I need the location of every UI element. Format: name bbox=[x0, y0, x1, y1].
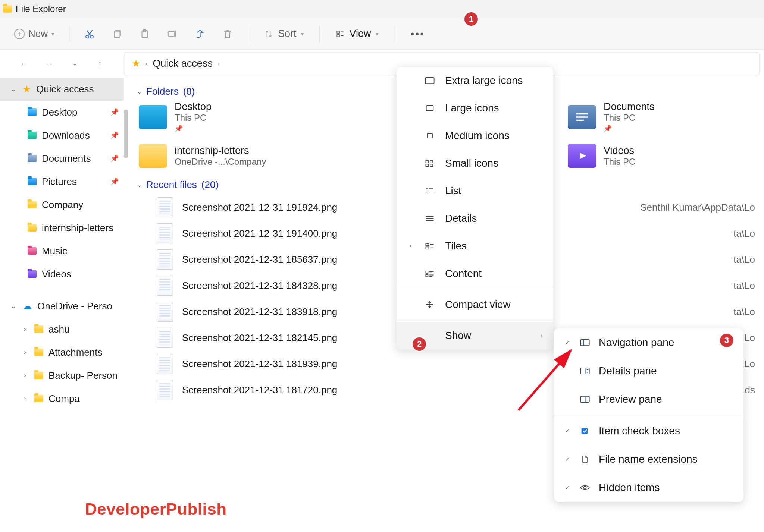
section-count: (8) bbox=[183, 86, 195, 97]
forward-button[interactable]: → bbox=[43, 57, 56, 70]
copy-button[interactable] bbox=[107, 23, 128, 44]
folder-icon bbox=[34, 395, 43, 402]
menu-item-tiles[interactable]: •Tiles bbox=[397, 232, 553, 260]
folder-location: OneDrive -...\Company bbox=[175, 157, 266, 167]
recent-locations-button[interactable]: ⌄ bbox=[68, 57, 81, 70]
folder-icon bbox=[34, 349, 43, 356]
sidebar-item-company[interactable]: Company bbox=[0, 193, 124, 216]
menu-item-preview-pane[interactable]: Preview pane bbox=[554, 385, 743, 413]
sidebar-item-internship[interactable]: internship-letters bbox=[0, 216, 124, 239]
sort-button[interactable]: Sort ▾ bbox=[258, 26, 310, 42]
menu-item-label: Show bbox=[445, 330, 471, 341]
sidebar-item-music[interactable]: Music bbox=[0, 239, 124, 262]
svg-rect-5 bbox=[168, 31, 175, 36]
folder-icon bbox=[139, 105, 167, 129]
eye-icon bbox=[579, 483, 591, 492]
sidebar-item-desktop[interactable]: Desktop📌 bbox=[0, 101, 124, 124]
chevron-right-icon: › bbox=[541, 332, 543, 340]
annotation-badge-3: 3 bbox=[720, 334, 733, 347]
navigation-row: ← → ⌄ ↑ ★ › Quick access › bbox=[0, 50, 764, 78]
menu-item-hidden[interactable]: ✓Hidden items bbox=[554, 473, 743, 502]
sidebar-item-quick-access[interactable]: ⌄ ★ Quick access bbox=[0, 78, 124, 101]
folder-icon bbox=[28, 201, 37, 208]
sidebar-item-videos[interactable]: Videos bbox=[0, 262, 124, 286]
new-button-label: New bbox=[28, 28, 48, 40]
sidebar-item-pictures[interactable]: Pictures📌 bbox=[0, 170, 124, 193]
chevron-down-icon: ▾ bbox=[51, 31, 54, 37]
folder-tile-internship[interactable]: internship-letters OneDrive -...\Company bbox=[139, 144, 344, 168]
check-icon: ✓ bbox=[564, 340, 571, 346]
breadcrumb-current[interactable]: Quick access bbox=[153, 58, 213, 69]
menu-item-checkboxes[interactable]: ✓Item check boxes bbox=[554, 417, 743, 445]
sidebar-item-documents[interactable]: Documents📌 bbox=[0, 147, 124, 170]
cloud-icon: ☁ bbox=[22, 300, 32, 312]
folder-name: Desktop bbox=[175, 101, 212, 113]
compact-view-icon bbox=[424, 300, 435, 309]
svg-rect-21 bbox=[580, 396, 589, 402]
folder-tile-desktop[interactable]: Desktop This PC 📌 bbox=[139, 101, 344, 133]
sidebar-item-compa[interactable]: ›Compa bbox=[0, 387, 124, 410]
sidebar-item-attachments[interactable]: ›Attachments bbox=[0, 341, 124, 364]
check-icon: ✓ bbox=[564, 428, 571, 434]
sidebar-item-label: Downloads bbox=[42, 130, 90, 141]
menu-item-details-pane[interactable]: Details pane bbox=[554, 357, 743, 385]
titlebar: File Explorer bbox=[0, 0, 764, 18]
large-icons-icon bbox=[424, 104, 435, 113]
show-submenu: ✓Navigation pane Details pane Preview pa… bbox=[554, 328, 744, 502]
check-icon: ✓ bbox=[564, 456, 571, 462]
folder-icon bbox=[28, 132, 37, 139]
folder-location: This PC bbox=[175, 113, 212, 123]
menu-item-navigation-pane[interactable]: ✓Navigation pane bbox=[554, 328, 743, 357]
details-pane-icon bbox=[579, 366, 591, 375]
list-icon bbox=[424, 186, 435, 195]
file-name: Screenshot 2021-12-31 182145.png bbox=[182, 332, 337, 344]
sidebar-item-backup[interactable]: ›Backup- Person bbox=[0, 364, 124, 387]
svg-rect-22 bbox=[582, 428, 588, 434]
delete-button[interactable] bbox=[217, 23, 238, 44]
menu-item-small-icons[interactable]: Small icons bbox=[397, 149, 553, 177]
menu-item-list[interactable]: List bbox=[397, 177, 553, 205]
folder-icon bbox=[28, 224, 37, 232]
back-button[interactable]: ← bbox=[18, 57, 30, 70]
menu-item-label: Details bbox=[445, 213, 477, 224]
file-thumbnail bbox=[157, 223, 173, 243]
svg-rect-12 bbox=[430, 161, 433, 163]
folder-location: This PC bbox=[604, 113, 655, 123]
cut-button[interactable] bbox=[79, 23, 100, 44]
share-button[interactable] bbox=[190, 23, 210, 44]
file-thumbnail bbox=[157, 197, 173, 217]
paste-button[interactable] bbox=[134, 23, 155, 44]
section-label: Folders bbox=[146, 86, 179, 97]
menu-item-extra-large-icons[interactable]: Extra large icons bbox=[397, 67, 553, 94]
sidebar-item-label: ashu bbox=[48, 324, 69, 335]
folder-icon bbox=[34, 325, 43, 333]
menu-item-content[interactable]: Content bbox=[397, 260, 553, 287]
file-path: ta\Lo bbox=[733, 280, 757, 292]
svg-rect-7 bbox=[337, 35, 339, 37]
menu-item-large-icons[interactable]: Large icons bbox=[397, 94, 553, 122]
menu-item-details[interactable]: Details bbox=[397, 205, 553, 232]
folder-tile-videos[interactable]: Videos This PC bbox=[568, 144, 757, 168]
menu-item-compact-view[interactable]: Compact view bbox=[397, 291, 553, 318]
annotation-badge-1: 1 bbox=[464, 12, 478, 26]
new-button[interactable]: + New ▾ bbox=[9, 26, 59, 42]
sidebar-item-downloads[interactable]: Downloads📌 bbox=[0, 124, 124, 147]
star-icon: ★ bbox=[22, 84, 31, 95]
view-button[interactable]: View ▾ bbox=[329, 26, 384, 42]
svg-rect-13 bbox=[426, 164, 429, 166]
sidebar-item-label: Company bbox=[42, 199, 83, 211]
pin-icon: 📌 bbox=[175, 125, 212, 133]
file-path: ta\Lo bbox=[733, 228, 757, 239]
svg-rect-10 bbox=[427, 133, 432, 138]
menu-item-label: Details pane bbox=[599, 365, 657, 377]
menu-item-label: Tiles bbox=[445, 240, 467, 252]
sidebar-item-label: Attachments bbox=[48, 347, 103, 358]
rename-button[interactable] bbox=[162, 23, 183, 44]
folder-tile-documents[interactable]: Documents This PC 📌 bbox=[568, 101, 757, 133]
more-button[interactable]: ••• bbox=[404, 26, 432, 42]
up-button[interactable]: ↑ bbox=[94, 57, 106, 70]
menu-item-medium-icons[interactable]: Medium icons bbox=[397, 122, 553, 149]
sidebar-item-ashu[interactable]: ›ashu bbox=[0, 318, 124, 341]
menu-item-extensions[interactable]: ✓File name extensions bbox=[554, 445, 743, 473]
sidebar-item-onedrive[interactable]: ⌄ ☁ OneDrive - Perso bbox=[0, 295, 124, 318]
